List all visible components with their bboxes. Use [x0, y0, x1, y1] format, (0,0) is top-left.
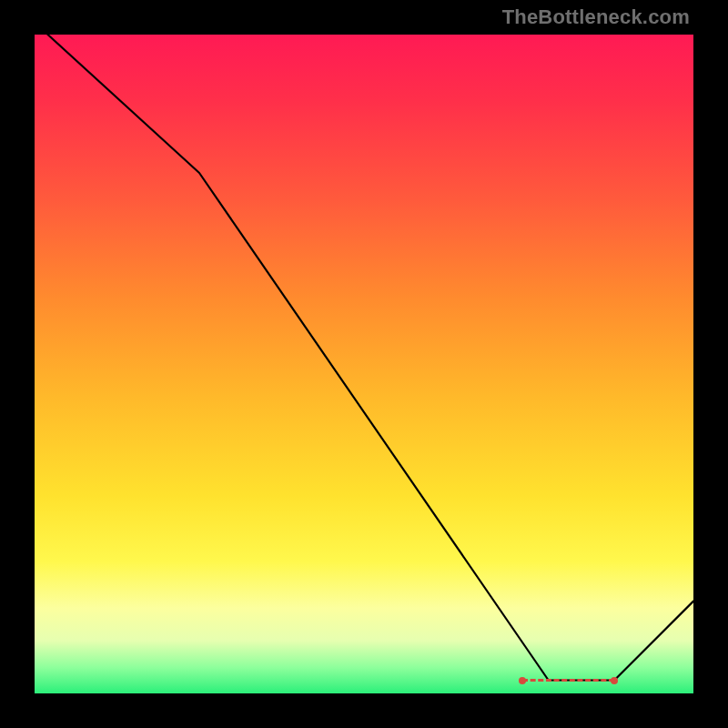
watermark-text: TheBottleneck.com — [502, 5, 690, 29]
valley-dash — [522, 679, 614, 682]
valley-dot-left — [519, 677, 526, 684]
bottleneck-curve — [48, 35, 694, 681]
valley-dot-right — [611, 677, 618, 684]
line-series — [35, 35, 693, 693]
plot-area — [35, 35, 693, 693]
chart-container: TheBottleneck.com — [0, 0, 728, 728]
